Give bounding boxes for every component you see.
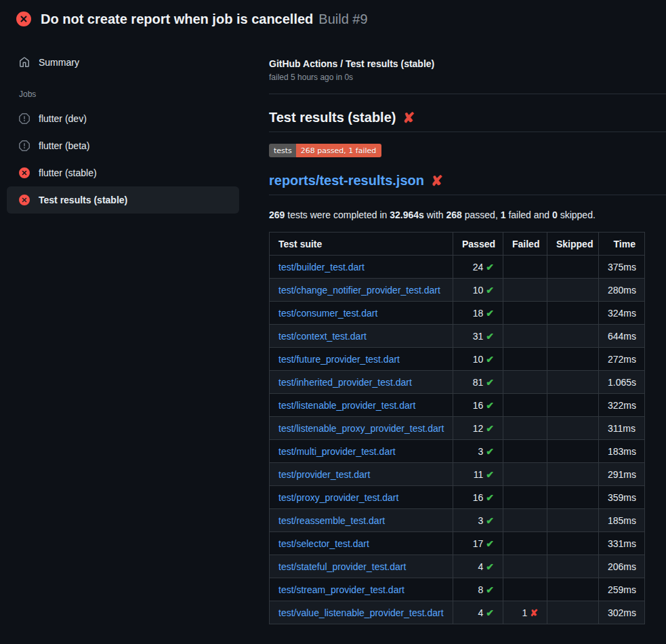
check-icon: ✔ [486, 515, 494, 526]
skipped-cell [547, 325, 599, 348]
suite-link[interactable]: test/stream_provider_test.dart [278, 584, 404, 595]
skipped-cell [547, 532, 599, 555]
suite-link[interactable]: test/stateful_provider_test.dart [278, 561, 406, 572]
table-row: test/inherited_provider_test.dart 81✔ 1.… [270, 371, 645, 394]
time-cell: 375ms [599, 256, 645, 279]
failed-cell [503, 532, 547, 555]
failed-cell [503, 440, 547, 463]
table-row: test/value_listenable_provider_test.dart… [270, 601, 645, 624]
sidebar-job-flutter-stable[interactable]: flutter (stable) [7, 159, 239, 186]
col-failed: Failed [503, 233, 547, 256]
check-icon: ✔ [486, 607, 494, 618]
check-icon: ✔ [486, 400, 494, 411]
passed-count: 16 [473, 400, 484, 411]
skipped-cell [547, 279, 599, 302]
badge-value: 268 passed, 1 failed [296, 144, 381, 157]
suite-cell: test/change_notifier_provider_test.dart [270, 279, 453, 302]
passed-cell: 4✔ [453, 601, 503, 624]
passed-count: 4 [478, 607, 483, 618]
suite-link[interactable]: test/value_listenable_provider_test.dart [278, 607, 444, 618]
passed-cell: 3✔ [453, 509, 503, 532]
passed-count: 3 [478, 515, 483, 526]
time-cell: 302ms [599, 601, 645, 624]
passed-count: 12 [473, 423, 484, 434]
run-header: Do not create report when job is cancell… [0, 0, 666, 38]
table-row: test/future_provider_test.dart 10✔ 272ms [270, 348, 645, 371]
col-time: Time [599, 233, 645, 256]
passed-cell: 11✔ [453, 463, 503, 486]
time-cell: 280ms [599, 279, 645, 302]
passed-count: 24 [473, 262, 484, 273]
failed-cell [503, 302, 547, 325]
total-count: 269 [269, 209, 285, 220]
suite-link[interactable]: test/reassemble_test.dart [278, 515, 385, 526]
failed-cell [503, 371, 547, 394]
suite-link[interactable]: test/proxy_provider_test.dart [278, 492, 398, 503]
suite-link[interactable]: test/listenable_proxy_provider_test.dart [278, 423, 444, 434]
sidebar-item-summary[interactable]: Summary [7, 52, 239, 73]
suite-link[interactable]: test/context_test.dart [278, 331, 367, 342]
summary-text: failed and [506, 209, 553, 220]
header-divider [269, 94, 666, 94]
skipped-cell [547, 371, 599, 394]
suite-link[interactable]: test/builder_test.dart [278, 262, 365, 273]
home-icon [19, 57, 30, 68]
suite-cell: test/listenable_provider_test.dart [270, 394, 453, 417]
x-circle-fill-icon [19, 167, 30, 178]
passed-count: 16 [473, 492, 484, 503]
table-row: test/builder_test.dart 24✔ 375ms [270, 256, 645, 279]
skipped-cell [547, 555, 599, 578]
check-icon: ✔ [486, 492, 494, 503]
suite-link[interactable]: test/future_provider_test.dart [278, 354, 400, 365]
sidebar-job-flutter-beta[interactable]: flutter (beta) [7, 132, 239, 159]
suite-link[interactable]: test/multi_provider_test.dart [278, 446, 396, 457]
time-cell: 206ms [599, 555, 645, 578]
sidebar-job-test-results-stable[interactable]: Test results (stable) [7, 186, 239, 214]
suite-link[interactable]: test/provider_test.dart [278, 469, 370, 480]
x-circle-fill-icon [16, 12, 31, 26]
passed-count: 10 [473, 354, 484, 365]
time-cell: 291ms [599, 463, 645, 486]
failed-cell [503, 555, 547, 578]
time-cell: 185ms [599, 509, 645, 532]
skipped-count: 0 [552, 209, 558, 220]
check-icon: ✔ [486, 538, 494, 549]
skipped-cell [547, 256, 599, 279]
passed-count: 268 [446, 209, 462, 220]
time-cell: 183ms [599, 440, 645, 463]
skipped-cell [547, 601, 599, 624]
section-title: Test results (stable) [269, 110, 396, 125]
job-label: flutter (stable) [39, 167, 97, 178]
table-row: test/selector_test.dart 17✔ 331ms [270, 532, 645, 555]
passed-count: 8 [478, 584, 483, 595]
x-circle-fill-icon [19, 195, 30, 205]
report-file-link[interactable]: reports/test-results.json [269, 173, 424, 188]
suite-link[interactable]: test/inherited_provider_test.dart [278, 377, 412, 388]
suite-link[interactable]: test/consumer_test.dart [278, 308, 377, 319]
suite-link[interactable]: test/listenable_provider_test.dart [278, 400, 415, 411]
suite-cell: test/provider_test.dart [270, 463, 453, 486]
col-test-suite: Test suite [270, 233, 453, 256]
run-status-line: failed 5 hours ago in 0s [269, 73, 666, 82]
passed-cell: 16✔ [453, 486, 503, 509]
skipped-cell [547, 509, 599, 532]
passed-cell: 10✔ [453, 279, 503, 302]
breadcrumb: GitHub Actions / Test results (stable) [269, 58, 666, 69]
suite-cell: test/stream_provider_test.dart [270, 578, 453, 601]
duration: 32.964s [390, 209, 424, 220]
check-icon: ✔ [486, 469, 494, 480]
failed-cell [503, 279, 547, 302]
suite-cell: test/proxy_provider_test.dart [270, 486, 453, 509]
skipped-cell [547, 302, 599, 325]
suite-link[interactable]: test/selector_test.dart [278, 538, 369, 549]
table-row: test/provider_test.dart 11✔ 291ms [270, 463, 645, 486]
badge-label: tests [269, 144, 296, 157]
check-icon: ✔ [486, 377, 494, 388]
suite-link[interactable]: test/change_notifier_provider_test.dart [278, 285, 440, 296]
table-row: test/stream_provider_test.dart 8✔ 259ms [270, 578, 645, 601]
sidebar-job-flutter-dev[interactable]: flutter (dev) [7, 105, 239, 132]
failed-cell [503, 463, 547, 486]
section-heading: Test results (stable) ✘ [269, 110, 666, 132]
test-table-body: test/builder_test.dart 24✔ 375ms test/ch… [270, 256, 645, 624]
skipped-cell [547, 440, 599, 463]
